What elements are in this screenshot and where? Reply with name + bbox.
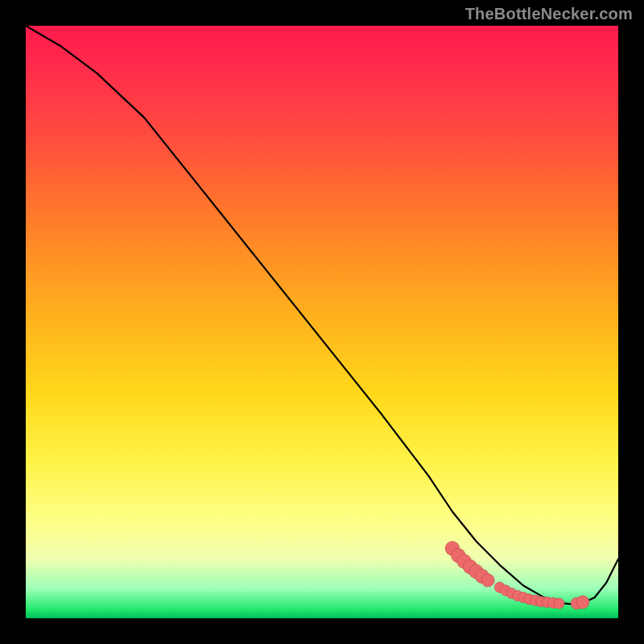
curve-path xyxy=(26,26,618,604)
data-marker xyxy=(547,597,558,608)
data-marker xyxy=(457,555,472,569)
data-marker xyxy=(512,590,522,601)
data-marker xyxy=(530,595,540,605)
data-marker xyxy=(518,592,529,603)
chart-plot-area xyxy=(26,26,618,618)
data-marker xyxy=(445,541,460,555)
data-marker xyxy=(554,598,564,609)
data-marker xyxy=(475,569,489,584)
data-marker xyxy=(542,597,552,608)
marker-group xyxy=(445,541,589,609)
data-marker xyxy=(494,582,505,592)
data-marker xyxy=(576,596,589,609)
data-marker xyxy=(571,597,583,609)
watermark-text: TheBottleNecker.com xyxy=(465,5,633,23)
data-marker xyxy=(501,585,511,596)
data-marker xyxy=(452,548,466,563)
data-marker xyxy=(536,597,547,607)
data-marker xyxy=(481,574,494,587)
chart-frame: TheBottleNecker.com xyxy=(0,0,644,644)
data-marker xyxy=(524,594,535,605)
data-marker xyxy=(506,588,517,599)
data-marker xyxy=(469,564,484,579)
data-marker xyxy=(463,559,477,574)
chart-svg xyxy=(26,26,618,618)
